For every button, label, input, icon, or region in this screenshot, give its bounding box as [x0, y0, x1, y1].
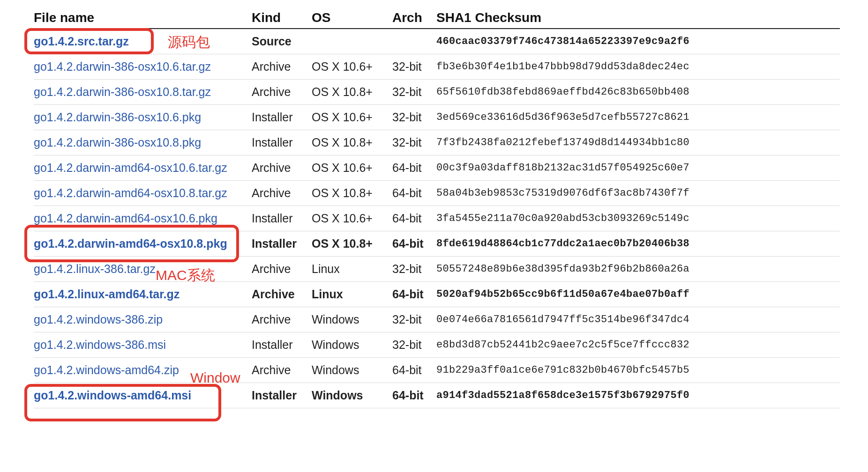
cell-arch: 64-bit [392, 155, 436, 181]
downloads-table: File name Kind OS Arch SHA1 Checksum go1… [34, 10, 840, 408]
cell-kind: Installer [252, 383, 312, 408]
cell-arch: 32-bit [392, 105, 436, 130]
file-link[interactable]: go1.4.2.linux-386.tar.gz [34, 262, 156, 275]
file-link[interactable]: go1.4.2.darwin-amd64-osx10.8.tar.gz [34, 186, 227, 199]
cell-hash: 8fde619d48864cb1c77ddc2a1aec0b7b20406b38 [436, 231, 840, 257]
file-link[interactable]: go1.4.2.windows-amd64.zip [34, 363, 179, 376]
cell-os: Linux [312, 282, 392, 307]
cell-hash: 3fa5455e211a70c0a920abd53cb3093269c5149c [436, 206, 840, 231]
cell-kind: Installer [252, 206, 312, 231]
file-link[interactable]: go1.4.2.darwin-386-osx10.8.pkg [34, 136, 201, 149]
cell-os: OS X 10.6+ [312, 105, 392, 130]
file-link[interactable]: go1.4.2.src.tar.gz [34, 35, 129, 48]
cell-arch: 64-bit [392, 358, 436, 383]
cell-hash: 00c3f9a03daff818b2132ac31d57f054925c60e7 [436, 155, 840, 181]
cell-os: OS X 10.8+ [312, 231, 392, 257]
cell-arch: 32-bit [392, 307, 436, 332]
cell-os: OS X 10.6+ [312, 155, 392, 181]
cell-os: OS X 10.6+ [312, 54, 392, 80]
cell-kind: Archive [252, 80, 312, 105]
cell-os: OS X 10.8+ [312, 181, 392, 206]
cell-os [312, 29, 392, 54]
cell-os: OS X 10.8+ [312, 80, 392, 105]
cell-hash: 7f3fb2438fa0212febef13749d8d144934bb1c80 [436, 130, 840, 155]
cell-os: Windows [312, 358, 392, 383]
table-row: go1.4.2.darwin-386-osx10.6.tar.gzArchive… [34, 54, 840, 80]
file-link[interactable]: go1.4.2.windows-386.msi [34, 338, 166, 351]
cell-hash: 3ed569ce33616d5d36f963e5d7cefb55727c8621 [436, 105, 840, 130]
file-link[interactable]: go1.4.2.linux-amd64.tar.gz [34, 288, 180, 301]
cell-hash: e8bd3d87cb52441b2c9aee7c2c5f5ce7ffccc832 [436, 332, 840, 358]
col-header-hash: SHA1 Checksum [436, 10, 840, 29]
cell-kind: Archive [252, 155, 312, 181]
cell-kind: Archive [252, 307, 312, 332]
cell-kind: Installer [252, 332, 312, 358]
file-link[interactable]: go1.4.2.darwin-amd64-osx10.8.pkg [34, 237, 227, 250]
table-row: go1.4.2.windows-386.zipArchiveWindows32-… [34, 307, 840, 332]
cell-hash: 5020af94b52b65cc9b6f11d50a67e4bae07b0aff [436, 282, 840, 307]
cell-arch: 32-bit [392, 130, 436, 155]
cell-arch: 64-bit [392, 181, 436, 206]
cell-arch [392, 29, 436, 54]
cell-os: Windows [312, 332, 392, 358]
col-header-arch: Arch [392, 10, 436, 29]
table-row: go1.4.2.linux-386.tar.gzArchiveLinux32-b… [34, 257, 840, 282]
table-row: go1.4.2.src.tar.gzSource460caac03379f746… [34, 29, 840, 54]
file-link[interactable]: go1.4.2.darwin-amd64-osx10.6.tar.gz [34, 161, 227, 174]
cell-kind: Archive [252, 54, 312, 80]
col-header-os: OS [312, 10, 392, 29]
cell-kind: Installer [252, 105, 312, 130]
cell-arch: 64-bit [392, 282, 436, 307]
table-row: go1.4.2.darwin-amd64-osx10.6.tar.gzArchi… [34, 155, 840, 181]
cell-arch: 32-bit [392, 257, 436, 282]
cell-kind: Archive [252, 181, 312, 206]
cell-kind: Archive [252, 282, 312, 307]
table-row: go1.4.2.darwin-amd64-osx10.6.pkgInstalle… [34, 206, 840, 231]
table-row: go1.4.2.darwin-386-osx10.8.pkgInstallerO… [34, 130, 840, 155]
file-link[interactable]: go1.4.2.windows-amd64.msi [34, 389, 191, 402]
col-header-file: File name [34, 10, 252, 29]
table-row: go1.4.2.windows-amd64.zipArchiveWindows6… [34, 358, 840, 383]
cell-os: OS X 10.8+ [312, 130, 392, 155]
table-row: go1.4.2.windows-amd64.msiInstallerWindow… [34, 383, 840, 408]
table-row: go1.4.2.windows-386.msiInstallerWindows3… [34, 332, 840, 358]
cell-kind: Source [252, 29, 312, 54]
file-link[interactable]: go1.4.2.windows-386.zip [34, 313, 163, 326]
cell-os: Windows [312, 383, 392, 408]
table-row: go1.4.2.darwin-386-osx10.6.pkgInstallerO… [34, 105, 840, 130]
cell-hash: 58a04b3eb9853c75319d9076df6f3ac8b7430f7f [436, 181, 840, 206]
cell-hash: 91b229a3ff0a1ce6e791c832b0b4670bfc5457b5 [436, 358, 840, 383]
cell-arch: 32-bit [392, 80, 436, 105]
cell-kind: Installer [252, 130, 312, 155]
cell-os: Linux [312, 257, 392, 282]
cell-arch: 64-bit [392, 383, 436, 408]
cell-hash: 0e074e66a7816561d7947ff5c3514be96f347dc4 [436, 307, 840, 332]
cell-arch: 64-bit [392, 206, 436, 231]
cell-hash: 65f5610fdb38febd869aeffbd426c83b650bb408 [436, 80, 840, 105]
cell-arch: 32-bit [392, 54, 436, 80]
cell-kind: Installer [252, 231, 312, 257]
table-row: go1.4.2.darwin-amd64-osx10.8.tar.gzArchi… [34, 181, 840, 206]
file-link[interactable]: go1.4.2.darwin-386-osx10.8.tar.gz [34, 85, 211, 98]
cell-hash: fb3e6b30f4e1b1be47bbb98d79dd53da8dec24ec [436, 54, 840, 80]
table-row: go1.4.2.darwin-amd64-osx10.8.pkgInstalle… [34, 231, 840, 257]
cell-hash: 50557248e89b6e38d395fda93b2f96b2b860a26a [436, 257, 840, 282]
file-link[interactable]: go1.4.2.darwin-386-osx10.6.pkg [34, 111, 201, 124]
col-header-kind: Kind [252, 10, 312, 29]
table-row: go1.4.2.darwin-386-osx10.8.tar.gzArchive… [34, 80, 840, 105]
file-link[interactable]: go1.4.2.darwin-amd64-osx10.6.pkg [34, 212, 217, 225]
file-link[interactable]: go1.4.2.darwin-386-osx10.6.tar.gz [34, 60, 211, 73]
table-row: go1.4.2.linux-amd64.tar.gzArchiveLinux64… [34, 282, 840, 307]
cell-hash: 460caac03379f746c473814a65223397e9c9a2f6 [436, 29, 840, 54]
cell-hash: a914f3dad5521a8f658dce3e1575f3b6792975f0 [436, 383, 840, 408]
cell-kind: Archive [252, 257, 312, 282]
cell-arch: 32-bit [392, 332, 436, 358]
cell-os: Windows [312, 307, 392, 332]
cell-arch: 64-bit [392, 231, 436, 257]
cell-kind: Archive [252, 358, 312, 383]
cell-os: OS X 10.6+ [312, 206, 392, 231]
